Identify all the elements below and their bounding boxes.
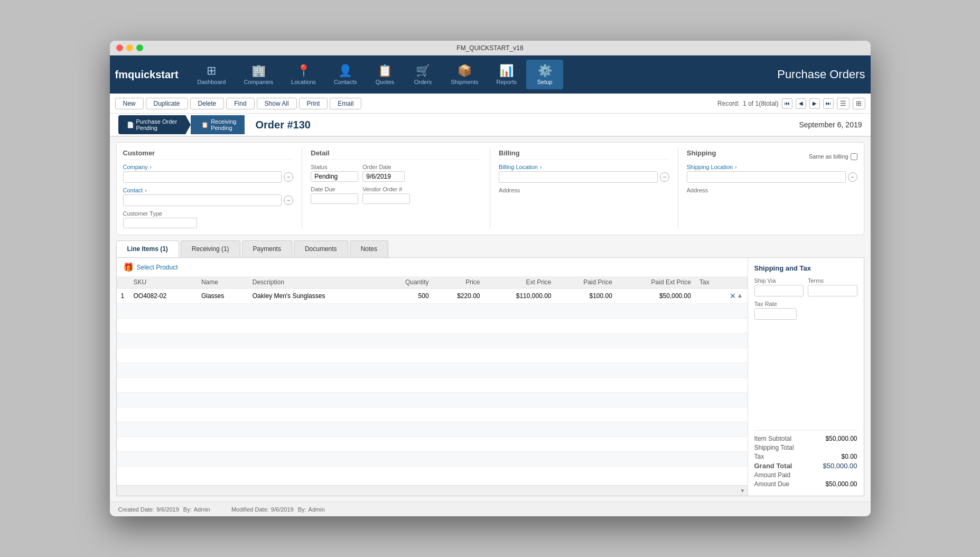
status-input[interactable] — [311, 171, 358, 182]
billing-remove-button[interactable]: − — [660, 172, 669, 182]
ship-via-input[interactable] — [754, 285, 804, 296]
window-controls[interactable] — [116, 44, 143, 51]
maximize-button[interactable] — [136, 44, 143, 51]
nav-item-orders[interactable]: 🛒 Orders — [405, 60, 442, 89]
tax-rate-input[interactable] — [754, 308, 797, 320]
table-row-empty-5 — [117, 363, 748, 378]
reports-icon: 📊 — [499, 64, 514, 78]
company-label-text: Company — [123, 164, 148, 170]
tab-payments[interactable]: Payments — [242, 240, 292, 257]
companies-icon: 🏢 — [251, 64, 266, 78]
row-name: Glasses — [197, 289, 248, 304]
nav-item-dashboard[interactable]: ⊞ Dashboard — [189, 60, 235, 89]
row-expand-button[interactable]: ▲ — [737, 292, 743, 300]
vendor-order-input[interactable] — [362, 193, 410, 204]
vendor-order-col: Vendor Order # — [362, 186, 410, 204]
row-num: 1 — [117, 289, 129, 304]
nav-next-button[interactable]: ▶ — [809, 98, 820, 109]
table-row-empty-1 — [117, 304, 748, 319]
select-product-link[interactable]: Select Product — [137, 264, 178, 271]
created-by: Admin — [194, 506, 210, 513]
table-row-empty-3 — [117, 333, 748, 348]
scroll-bar-bottom[interactable]: ▼ — [117, 485, 748, 496]
tab-documents[interactable]: Documents — [294, 240, 348, 257]
detail-group: Detail Status Order Date Date Due — [311, 149, 481, 228]
terms-input[interactable] — [808, 285, 857, 296]
table-row-empty-2 — [117, 319, 748, 333]
contact-remove-button[interactable]: − — [284, 196, 293, 205]
company-remove-button[interactable]: − — [284, 172, 293, 182]
shipping-remove-button[interactable]: − — [848, 172, 857, 182]
nav-last-button[interactable]: ⏭ — [823, 98, 834, 109]
row-description: Oakley Men's Sunglasses — [248, 289, 381, 304]
company-input[interactable] — [123, 171, 282, 183]
table-row-empty-10 — [117, 437, 748, 452]
tax-value: $0.00 — [841, 453, 857, 460]
billing-location-input[interactable] — [499, 171, 658, 183]
same-as-billing-checkbox[interactable] — [851, 153, 857, 160]
new-button[interactable]: New — [115, 98, 144, 109]
email-button[interactable]: Email — [330, 98, 361, 109]
tab-line-items[interactable]: Line Items (1) — [116, 240, 179, 257]
tab-notes[interactable]: Notes — [350, 240, 388, 257]
select-product-bar: 🎁 Select Product — [117, 258, 748, 276]
contact-input[interactable] — [123, 194, 282, 206]
show-all-button[interactable]: Show All — [257, 98, 297, 109]
record-total: 1(8total) — [755, 100, 778, 107]
date-due-input[interactable] — [311, 193, 358, 204]
minimize-button[interactable] — [126, 44, 133, 51]
nav-label-locations: Locations — [291, 79, 316, 85]
header-row: SKU Name Description Quantity Price Ext … — [117, 276, 748, 289]
amount-due-value: $50,000.00 — [825, 480, 857, 488]
nav-item-companies[interactable]: 🏢 Companies — [235, 60, 282, 89]
nav-items: ⊞ Dashboard 🏢 Companies 📍 Locations 👤 Co… — [189, 60, 778, 89]
nav-item-locations[interactable]: 📍 Locations — [283, 60, 324, 89]
nav-item-shipments[interactable]: 📦 Shipments — [443, 60, 487, 89]
row-delete-button[interactable]: ✕ — [730, 292, 736, 300]
duplicate-button[interactable]: Duplicate — [146, 98, 188, 109]
form-section: Customer Company › − Contact › — [116, 142, 864, 235]
list-view-button[interactable]: ☰ — [837, 98, 850, 109]
divider-3 — [678, 149, 678, 228]
toolbar: New Duplicate Delete Find Show All Print… — [110, 94, 871, 114]
tab-receiving[interactable]: Receiving (1) — [181, 240, 240, 257]
nav-item-contacts[interactable]: 👤 Contacts — [325, 60, 365, 89]
find-button[interactable]: Find — [226, 98, 254, 109]
status-label: Status — [311, 164, 358, 170]
billing-location-text: Billing Location — [499, 164, 538, 170]
shipping-location-input[interactable] — [687, 171, 846, 183]
print-button[interactable]: Print — [299, 98, 328, 109]
grid-view-button[interactable]: ⊞ — [853, 98, 865, 109]
col-num — [117, 276, 129, 289]
record-nav: Record: 1 of 1(8total) ⏮ ◀ ▶ ⏭ ☰ ⊞ — [717, 98, 865, 109]
window-title: FM_QUICKSTART_v18 — [456, 44, 523, 52]
detail-row-1: Status Order Date — [311, 164, 481, 182]
row-paid-price: $100.00 — [556, 289, 617, 304]
nav-item-setup[interactable]: ⚙️ Setup — [526, 60, 563, 89]
nav-prev-button[interactable]: ◀ — [796, 98, 806, 109]
table-row-empty-11 — [117, 452, 748, 467]
nav-first-button[interactable]: ⏮ — [782, 98, 792, 109]
nav-label-reports: Reports — [497, 79, 517, 85]
contact-chevron-icon: › — [145, 188, 146, 193]
nav-label-contacts: Contacts — [334, 79, 357, 85]
row-ext-price: $110,000.00 — [484, 289, 556, 304]
line-items-main: 🎁 Select Product SKU Name Description — [117, 258, 748, 496]
close-button[interactable] — [116, 44, 123, 51]
nav-item-quotes[interactable]: 📋 Quotes — [367, 60, 404, 89]
status-steps: 📄 Purchase Order Pending 📋 Receiving Pen… — [118, 115, 245, 134]
delete-button[interactable]: Delete — [190, 98, 225, 109]
billing-title: Billing — [499, 149, 669, 160]
order-date-col: Order Date — [362, 164, 405, 182]
divider-1 — [302, 149, 302, 228]
shipping-location-text: Shipping Location — [687, 164, 733, 170]
grand-total-label: Grand Total — [754, 462, 792, 470]
shipping-total-row: Shipping Total — [754, 444, 857, 451]
customer-type-input[interactable] — [123, 218, 197, 228]
created-label: Created Date: — [118, 506, 154, 513]
scroll-down-indicator[interactable]: ▼ — [740, 488, 745, 494]
created-by-label: By: — [183, 506, 192, 513]
status-step-receiving-content: Receiving Pending — [211, 118, 236, 131]
nav-item-reports[interactable]: 📊 Reports — [488, 60, 526, 89]
order-date-input[interactable] — [362, 171, 405, 182]
